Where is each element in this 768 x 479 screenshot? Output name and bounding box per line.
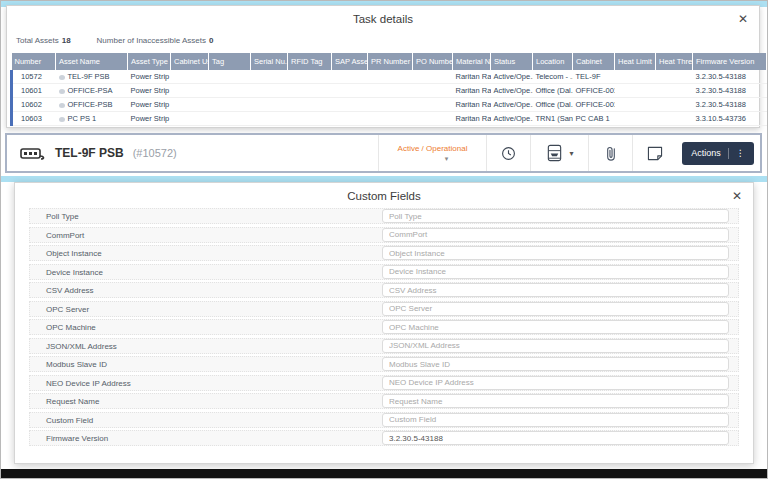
custom-field-input-modbus-slave-id[interactable]	[382, 357, 729, 371]
column-header-tag[interactable]: Tag	[209, 53, 251, 70]
cell-location: Office (Dal...	[533, 98, 573, 112]
cell-number: 10601	[12, 84, 56, 98]
custom-field-label: JSON/XML Address	[46, 341, 117, 350]
cell-material-n: Raritan Ra...	[453, 70, 491, 84]
cell-firmware-version: 3.2.30.5-43188	[693, 98, 767, 112]
custom-field-label: Request Name	[46, 397, 99, 406]
cabinet-view-dropdown[interactable]: ▾	[530, 135, 588, 171]
custom-field-row-device-instance: Device Instance	[29, 264, 739, 280]
cell-cabinet: OFFICE-001	[573, 84, 615, 98]
cell-sap-asset	[332, 84, 368, 98]
close-icon[interactable]: ✕	[732, 189, 742, 203]
column-header-firmware-version[interactable]: Firmware Version	[693, 53, 767, 70]
attachments-button[interactable]	[588, 135, 632, 171]
custom-field-input-commport[interactable]	[382, 228, 729, 242]
custom-field-label: Device Instance	[46, 267, 103, 276]
cabinet-icon	[545, 144, 564, 162]
custom-field-input-opc-machine[interactable]	[382, 320, 729, 334]
custom-field-row-modbus-slave-id: Modbus Slave ID	[29, 356, 739, 372]
custom-fields-list: Poll TypeCommPortObject InstanceDevice I…	[29, 208, 739, 449]
power-strip-icon	[20, 146, 46, 161]
cell-serial-nu	[251, 70, 288, 84]
cell-serial-nu	[251, 84, 288, 98]
custom-field-input-neo-device-ip-address[interactable]	[382, 376, 729, 390]
actions-menu-icon: ⋮	[736, 148, 745, 158]
column-header-heat-thre[interactable]: Heat Thre...	[656, 53, 693, 70]
custom-field-input-opc-server[interactable]	[382, 302, 729, 316]
cell-serial-nu	[251, 98, 288, 112]
history-button[interactable]	[486, 135, 530, 171]
column-header-asset-name[interactable]: Asset Name	[56, 53, 128, 70]
notes-button[interactable]	[632, 135, 676, 171]
custom-field-input-json-xml-address[interactable]	[382, 339, 729, 353]
table-row[interactable]: 10572TEL-9F PSBPower StripRaritan Ra...A…	[12, 70, 767, 84]
cell-heat-limit	[615, 112, 656, 126]
cell-status: Active/Ope...	[491, 84, 533, 98]
cell-material-n: Raritan Ra...	[453, 84, 491, 98]
close-icon[interactable]: ✕	[738, 12, 748, 26]
cell-asset-name: OFFICE-PSB	[56, 98, 128, 112]
cell-heat-thre	[656, 70, 693, 84]
cell-firmware-version: 3.2.30.5-43188	[693, 70, 767, 84]
table-row[interactable]: 10602OFFICE-PSBPower StripRaritan Ra...A…	[12, 98, 767, 112]
custom-field-input-csv-address[interactable]	[382, 283, 729, 297]
column-header-heat-limit[interactable]: Heat Limit	[615, 53, 656, 70]
cell-status: Active/Ope...	[491, 70, 533, 84]
paperclip-icon	[605, 145, 617, 162]
column-header-asset-type[interactable]: Asset Type	[128, 53, 171, 70]
column-header-number[interactable]: Number	[12, 53, 56, 70]
cell-location: TRN1 (San ...	[533, 112, 573, 126]
cell-cabinet-us	[171, 84, 209, 98]
column-header-rfid-tag[interactable]: RFID Tag	[288, 53, 332, 70]
custom-fields-dialog: Custom Fields ✕ Poll TypeCommPortObject …	[14, 182, 754, 464]
custom-field-input-request-name[interactable]	[382, 394, 729, 408]
custom-field-row-commport: CommPort	[29, 227, 739, 243]
column-header-status[interactable]: Status	[491, 53, 533, 70]
custom-field-input-object-instance[interactable]	[382, 246, 729, 260]
bottom-edge-bar	[1, 469, 767, 478]
custom-field-label: CSV Address	[46, 286, 94, 295]
table-row[interactable]: 10603PC PS 1Power StripRaritan Ra...Acti…	[12, 112, 767, 126]
custom-field-row-opc-server: OPC Server	[29, 301, 739, 317]
column-header-cabinet[interactable]: Cabinet	[573, 53, 615, 70]
column-header-cabinet-us[interactable]: Cabinet Us...	[171, 53, 209, 70]
table-row[interactable]: 10601OFFICE-PSAPower StripRaritan Ra...A…	[12, 84, 767, 98]
column-header-sap-asset[interactable]: SAP Asset ...	[332, 53, 368, 70]
cell-status: Active/Ope...	[491, 112, 533, 126]
cell-location: Telecom - ...	[533, 70, 573, 84]
cell-firmware-version: 3.3.10.5-43736	[693, 112, 767, 126]
cell-material-n: Raritan Ra...	[453, 98, 491, 112]
cell-pr-number	[368, 84, 413, 98]
custom-field-label: Object Instance	[46, 249, 102, 258]
custom-field-row-csv-address: CSV Address	[29, 282, 739, 298]
custom-field-input-custom-field[interactable]	[382, 413, 729, 427]
custom-field-label: OPC Machine	[46, 323, 96, 332]
chevron-down-icon: ▾	[569, 149, 573, 158]
cell-cabinet: TEL-9F	[573, 70, 615, 84]
custom-field-label: CommPort	[46, 230, 84, 239]
column-header-material-n[interactable]: Material N...	[453, 53, 491, 70]
custom-field-input-device-instance[interactable]	[382, 265, 729, 279]
actions-button[interactable]: Actions ⋮	[682, 142, 754, 165]
custom-field-input-poll-type[interactable]	[382, 209, 729, 223]
cell-sap-asset	[332, 112, 368, 126]
cell-cabinet-us	[171, 70, 209, 84]
actions-seg: Actions ⋮	[676, 135, 760, 171]
cell-rfid-tag	[288, 70, 332, 84]
cell-heat-limit	[615, 70, 656, 84]
column-header-po-number[interactable]: PO Number	[413, 53, 453, 70]
cell-tag	[209, 84, 251, 98]
cell-heat-thre	[656, 112, 693, 126]
asset-link-icon	[59, 103, 65, 108]
cell-heat-limit	[615, 98, 656, 112]
cell-asset-type: Power Strip	[128, 98, 171, 112]
custom-field-row-object-instance: Object Instance	[29, 245, 739, 261]
custom-fields-title: Custom Fields	[15, 190, 753, 202]
column-header-location[interactable]: Location	[533, 53, 573, 70]
column-header-serial-nu[interactable]: Serial Nu...	[251, 53, 288, 70]
custom-field-input-firmware-version[interactable]	[382, 431, 729, 445]
cell-tag	[209, 70, 251, 84]
column-header-pr-number[interactable]: PR Number	[368, 53, 413, 70]
cell-po-number	[413, 112, 453, 126]
status-dropdown[interactable]: Active / Operational ▾	[378, 135, 486, 171]
